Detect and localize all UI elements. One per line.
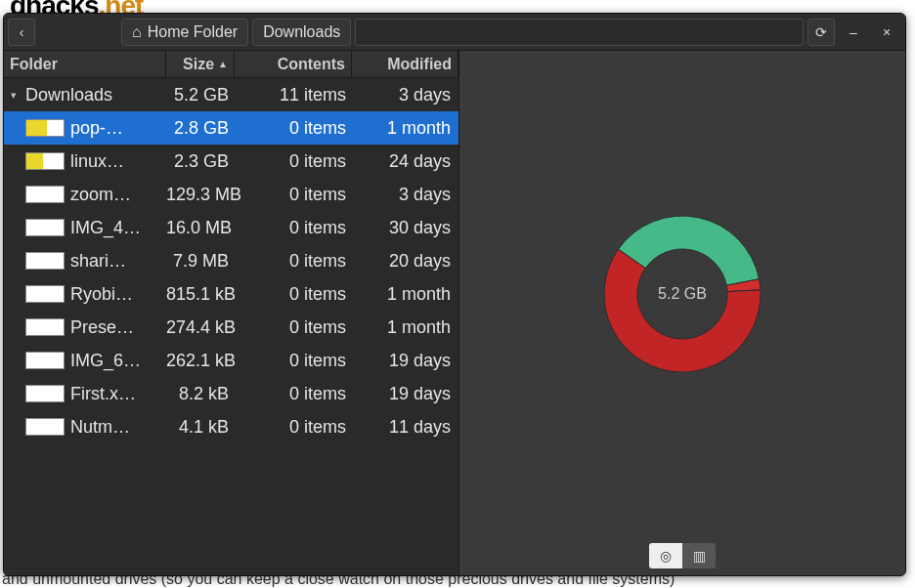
view-treemap-button[interactable]: ▥	[682, 543, 716, 568]
row-name: Prese…	[70, 317, 134, 338]
window-body: Folder Size▲ Contents Modified ▾Download…	[4, 51, 905, 575]
row-contents: 0 items	[235, 151, 352, 172]
minimize-button[interactable]: –	[839, 19, 868, 46]
size-swatch	[25, 152, 65, 170]
row-name: linux…	[70, 151, 124, 172]
row-contents: 11 items	[235, 85, 352, 105]
close-button[interactable]: ×	[872, 19, 901, 46]
row-modified: 19 days	[352, 351, 458, 371]
titlebar: ‹ ⌂ Home Folder Downloads ⟳ – ×	[4, 14, 905, 51]
row-name: First.x…	[70, 384, 136, 404]
row-contents: 0 items	[235, 351, 352, 371]
row-contents: 0 items	[235, 185, 352, 205]
row-modified: 30 days	[352, 218, 458, 238]
row-name: shari…	[70, 251, 126, 272]
view-toggle: ◎ ▥	[459, 536, 905, 575]
breadcrumb-current-label: Downloads	[263, 23, 340, 41]
table-row[interactable]: First.x…8.2 kB0 items19 days	[4, 377, 458, 410]
row-contents: 0 items	[235, 218, 352, 238]
size-swatch	[25, 418, 65, 436]
ring-chart[interactable]: 5.2 GB	[459, 51, 905, 536]
row-size: 2.8 GB	[166, 118, 235, 139]
row-name: Downloads	[25, 85, 112, 105]
row-modified: 19 days	[352, 384, 458, 404]
breadcrumb-current[interactable]: Downloads	[252, 19, 351, 46]
table-row[interactable]: IMG_6…262.1 kB0 items19 days	[4, 344, 458, 377]
expander-icon[interactable]: ▾	[8, 89, 20, 102]
table-row[interactable]: zoom…129.3 MB0 items3 days	[4, 178, 458, 211]
size-swatch	[25, 285, 65, 303]
row-modified: 20 days	[352, 251, 458, 272]
row-size: 16.0 MB	[166, 218, 235, 238]
table-row[interactable]: linux…2.3 GB0 items24 days	[4, 145, 458, 178]
rings-icon: ◎	[660, 548, 672, 564]
back-button[interactable]: ‹	[8, 19, 35, 46]
row-modified: 1 month	[352, 284, 458, 305]
row-size: 2.3 GB	[166, 151, 235, 172]
row-name: Nutm…	[70, 417, 130, 438]
table-row-root[interactable]: ▾Downloads 5.2 GB 11 items 3 days	[4, 78, 458, 111]
row-size: 7.9 MB	[166, 251, 235, 272]
breadcrumb-home[interactable]: ⌂ Home Folder	[121, 19, 248, 46]
row-name: IMG_6…	[70, 351, 141, 371]
rows-container[interactable]: ▾Downloads 5.2 GB 11 items 3 days pop-…2…	[4, 78, 458, 575]
view-rings-button[interactable]: ◎	[649, 543, 682, 568]
size-swatch	[25, 385, 65, 402]
row-size: 262.1 kB	[166, 351, 235, 371]
refresh-button[interactable]: ⟳	[807, 19, 835, 46]
chart-center-label: 5.2 GB	[658, 285, 707, 303]
row-modified: 1 month	[352, 118, 458, 139]
table-row[interactable]: pop-…2.8 GB0 items1 month	[4, 111, 458, 145]
row-name: zoom…	[70, 185, 131, 205]
table-row[interactable]: shari…7.9 MB0 items20 days	[4, 244, 458, 277]
column-headers: Folder Size▲ Contents Modified	[4, 51, 458, 78]
row-modified: 11 days	[352, 417, 458, 438]
row-contents: 0 items	[235, 118, 352, 139]
row-size: 5.2 GB	[166, 85, 235, 105]
chevron-left-icon: ‹	[20, 24, 24, 40]
disk-usage-analyzer-window: ‹ ⌂ Home Folder Downloads ⟳ – × Folder S…	[3, 13, 906, 576]
row-modified: 1 month	[352, 317, 458, 338]
home-icon: ⌂	[132, 23, 142, 41]
row-size: 274.4 kB	[166, 317, 235, 338]
refresh-icon: ⟳	[815, 24, 827, 40]
row-contents: 0 items	[235, 251, 352, 272]
header-contents[interactable]: Contents	[235, 51, 352, 77]
row-size: 815.1 kB	[166, 284, 235, 305]
table-row[interactable]: Ryobi…815.1 kB0 items1 month	[4, 277, 458, 311]
row-contents: 0 items	[235, 317, 352, 338]
sort-asc-icon: ▲	[218, 59, 228, 69]
chart-pane: 5.2 GB ◎ ▥	[459, 51, 905, 575]
header-folder[interactable]: Folder	[4, 51, 166, 77]
row-name: Ryobi…	[70, 284, 133, 305]
row-modified: 3 days	[352, 185, 458, 205]
size-swatch	[25, 318, 65, 336]
size-swatch	[25, 186, 65, 203]
row-modified: 3 days	[352, 85, 458, 105]
row-name: pop-…	[70, 118, 123, 139]
row-contents: 0 items	[235, 417, 352, 438]
size-swatch	[25, 252, 65, 270]
header-modified[interactable]: Modified	[352, 51, 458, 77]
table-row[interactable]: IMG_4…16.0 MB0 items30 days	[4, 211, 458, 244]
size-swatch	[25, 219, 65, 236]
treemap-icon: ▥	[693, 548, 706, 564]
close-icon: ×	[883, 24, 891, 40]
row-contents: 0 items	[235, 284, 352, 305]
table-row[interactable]: Prese…274.4 kB0 items1 month	[4, 311, 458, 344]
minimize-icon: –	[850, 24, 857, 40]
breadcrumb-home-label: Home Folder	[148, 23, 238, 41]
table-row[interactable]: Nutm…4.1 kB0 items11 days	[4, 410, 458, 443]
size-swatch	[25, 352, 65, 369]
size-swatch	[25, 119, 65, 137]
row-contents: 0 items	[235, 384, 352, 404]
header-size[interactable]: Size▲	[166, 51, 235, 77]
location-bar[interactable]	[355, 19, 804, 46]
row-modified: 24 days	[352, 151, 458, 172]
file-tree-pane: Folder Size▲ Contents Modified ▾Download…	[4, 51, 459, 575]
row-name: IMG_4…	[70, 218, 141, 238]
row-size: 4.1 kB	[166, 417, 235, 438]
row-size: 129.3 MB	[166, 185, 235, 205]
row-size: 8.2 kB	[166, 384, 235, 404]
